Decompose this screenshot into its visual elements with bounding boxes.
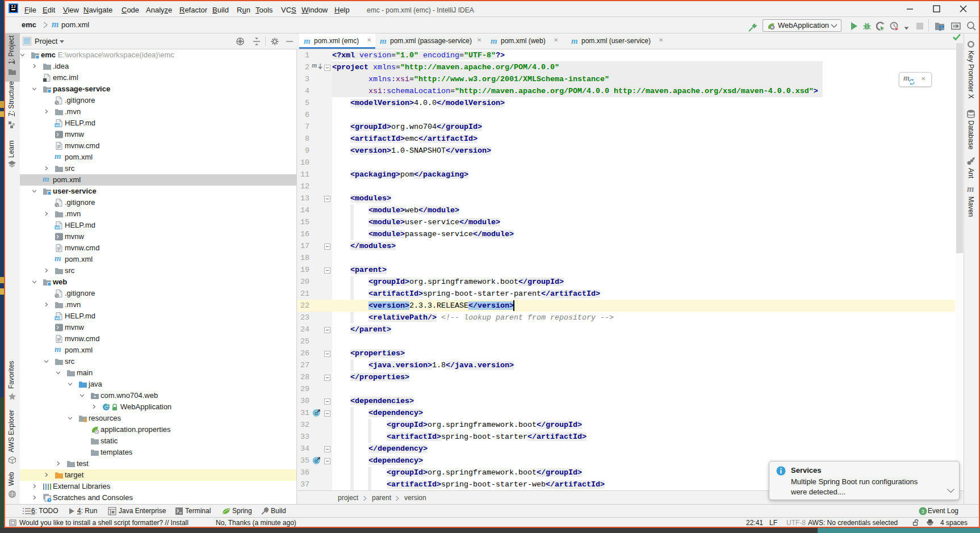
svg-text:o: o — [315, 410, 317, 416]
svg-text:MD: MD — [55, 124, 60, 127]
svg-text:o: o — [315, 458, 317, 464]
svg-text:MD: MD — [55, 317, 60, 320]
svg-text:3: 3 — [922, 509, 924, 514]
svg-text:MD: MD — [55, 226, 60, 229]
